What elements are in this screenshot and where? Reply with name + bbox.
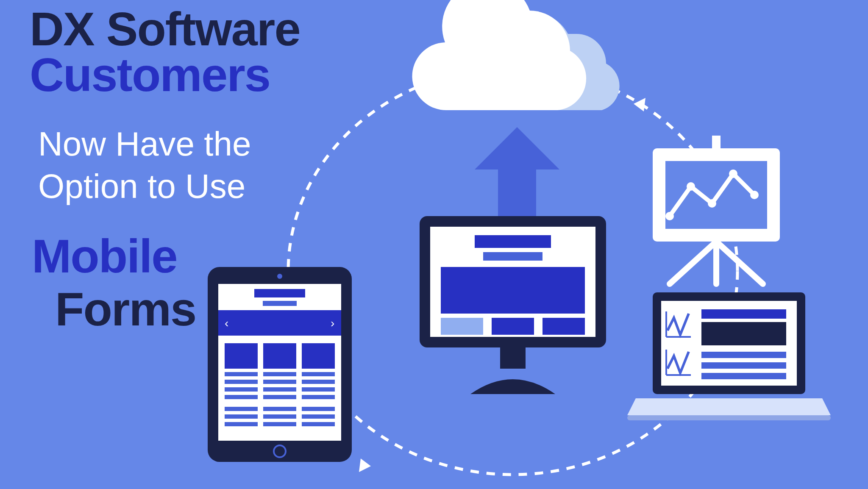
svg-rect-32 (627, 415, 831, 420)
svg-rect-1 (712, 136, 721, 148)
svg-rect-16 (441, 267, 585, 314)
svg-point-6 (708, 199, 716, 208)
svg-rect-27 (701, 309, 786, 319)
svg-text:‹: ‹ (225, 317, 228, 330)
svg-rect-43 (263, 343, 296, 369)
svg-rect-31 (701, 373, 786, 379)
svg-rect-30 (701, 362, 786, 369)
svg-rect-44 (302, 343, 335, 369)
svg-rect-50 (225, 414, 258, 419)
svg-rect-38 (263, 301, 297, 306)
svg-rect-47 (225, 387, 258, 392)
svg-rect-53 (263, 380, 296, 384)
svg-rect-55 (263, 395, 296, 399)
svg-rect-52 (263, 372, 296, 376)
svg-line-9 (670, 242, 716, 284)
svg-rect-37 (254, 289, 305, 297)
svg-rect-39 (218, 310, 341, 336)
svg-rect-58 (263, 422, 296, 426)
laptop-icon (627, 288, 831, 424)
svg-rect-29 (701, 352, 786, 358)
svg-rect-57 (263, 414, 296, 419)
svg-rect-56 (263, 407, 296, 411)
svg-point-7 (729, 169, 737, 178)
illustration-group: ‹ › (178, 0, 865, 489)
desktop-monitor-icon (411, 212, 615, 398)
svg-rect-42 (225, 343, 258, 369)
svg-rect-54 (263, 387, 296, 392)
svg-rect-51 (225, 422, 258, 426)
svg-point-4 (665, 212, 674, 220)
svg-rect-48 (225, 395, 258, 399)
svg-rect-17 (441, 318, 483, 335)
svg-rect-59 (302, 372, 335, 376)
tablet-icon: ‹ › (203, 263, 356, 466)
svg-rect-15 (483, 252, 542, 261)
svg-rect-14 (475, 235, 551, 248)
svg-point-5 (687, 182, 695, 191)
svg-point-8 (750, 191, 759, 199)
svg-line-11 (716, 242, 763, 284)
svg-rect-62 (302, 395, 335, 399)
cta-mobile: Mobile (32, 229, 177, 283)
cloud-icon (398, 0, 636, 123)
svg-rect-46 (225, 380, 258, 384)
svg-rect-61 (302, 387, 335, 392)
svg-rect-60 (302, 380, 335, 384)
svg-rect-18 (492, 318, 534, 335)
svg-rect-28 (701, 322, 786, 345)
svg-rect-63 (302, 407, 335, 411)
svg-rect-65 (302, 422, 335, 426)
svg-rect-49 (225, 407, 258, 411)
svg-rect-64 (302, 414, 335, 419)
svg-text:›: › (331, 317, 334, 330)
easel-chart-icon (644, 136, 788, 288)
svg-point-35 (277, 274, 282, 279)
cta-forms: Forms (55, 282, 196, 336)
svg-rect-20 (500, 347, 526, 369)
svg-rect-19 (542, 318, 585, 335)
upload-arrow-icon (475, 127, 559, 220)
svg-rect-45 (225, 372, 258, 376)
